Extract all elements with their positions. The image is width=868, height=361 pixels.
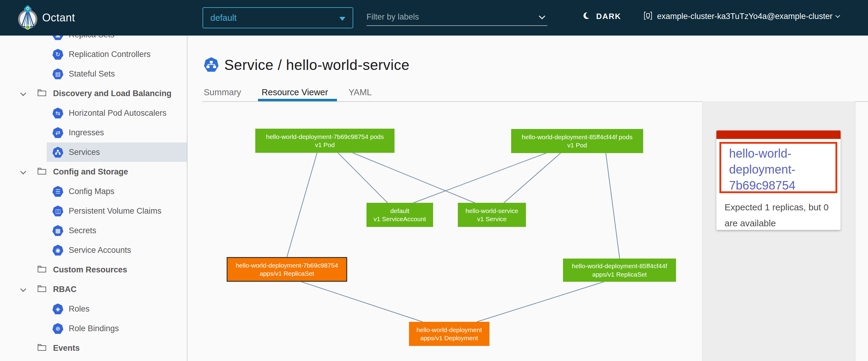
sidebar-item-secrets[interactable]: ▩ Secrets: [0, 221, 187, 240]
sidebar-item-label: Horizontal Pod Autoscalers: [69, 108, 166, 118]
folder-icon: [37, 167, 46, 176]
sidebar-item-label: Role Bindings: [69, 324, 119, 333]
sidebar-item-role-bindings[interactable]: ⊕ Role Bindings: [0, 319, 187, 338]
sidebar-item-replication-controllers[interactable]: ↻ Replication Controllers: [0, 44, 187, 64]
sidebar-item-label: Persistent Volume Claims: [69, 206, 161, 216]
sidebar-group-events[interactable]: Events: [0, 338, 187, 358]
sidebar-item-label: Config Maps: [69, 187, 115, 196]
folder-icon: [37, 285, 46, 294]
node-name: hello-world-deployment-85ff4cf44f pods: [522, 133, 632, 141]
sidebar-group-label: Custom Resources: [53, 265, 127, 274]
graph-node-pods-7b69c98754[interactable]: hello-world-deployment-7b69c98754 pods v…: [255, 129, 395, 153]
sidebar-item-ingresses[interactable]: ⇄ Ingresses: [0, 123, 187, 142]
replicaset-link[interactable]: hello-world-deployment-7b69c98754: [729, 145, 832, 193]
role-bindings-icon: ⊕: [53, 323, 63, 334]
graph-node-serviceaccount-default[interactable]: default v1 ServiceAccount: [367, 203, 433, 227]
node-kind: apps/v1 ReplicaSet: [260, 269, 314, 277]
chevron-down-icon[interactable]: [21, 287, 25, 292]
node-kind: apps/v1 Deployment: [421, 334, 478, 342]
persistent-volume-claims-icon: ◫: [53, 205, 63, 216]
octant-app: ▣ Replica Sets ↻ Replication Controllers…: [0, 0, 868, 361]
node-name: hello-world-deployment-7b69c98754: [236, 261, 338, 269]
sidebar-item-persistent-volume-claims[interactable]: ◫ Persistent Volume Claims: [0, 201, 187, 221]
replicaset-alert-card: hello-world-deployment-7b69c98754 Expect…: [716, 130, 841, 230]
node-name: hello-world-service: [465, 207, 518, 215]
label-filter: [367, 8, 547, 27]
sidebar: ▣ Replica Sets ↻ Replication Controllers…: [0, 0, 187, 361]
secrets-icon: ▩: [53, 225, 63, 236]
node-kind: v1 ServiceAccount: [374, 215, 426, 223]
graph-node-replicaset-7b69c98754[interactable]: hello-world-deployment-7b69c98754 apps/v…: [227, 257, 347, 282]
node-kind: v1 Pod: [315, 141, 335, 149]
stateful-sets-icon: ▤: [53, 68, 63, 79]
sidebar-item-stateful-sets[interactable]: ▤ Stateful Sets: [0, 64, 187, 84]
page-title-text: Service / hello-world-service: [224, 57, 410, 73]
sidebar-group-rbac[interactable]: RBAC: [0, 280, 187, 299]
folder-icon: [37, 265, 46, 274]
sidebar-item-label: Ingresses: [69, 128, 104, 137]
active-tab-underline: [258, 99, 337, 101]
sidebar-group-label: Discovery and Load Balancing: [53, 89, 172, 98]
alert-message: Expected 1 replicas, but 0 are available: [724, 199, 833, 231]
sidebar-group-config-and-storage[interactable]: Config and Storage: [0, 162, 187, 182]
label-filter-input[interactable]: [367, 8, 547, 26]
namespace-select[interactable]: default: [203, 7, 353, 28]
sidebar-item-horizontal-pod-autoscalers[interactable]: ⇆ Horizontal Pod Autoscalers: [0, 103, 187, 123]
dark-theme-toggle[interactable]: DARK: [582, 11, 621, 22]
node-kind: apps/v1 ReplicaSet: [592, 270, 647, 278]
node-name: hello-world-deployment-85ff4cf44f: [572, 262, 667, 270]
graph-node-replicaset-85ff4cf44f[interactable]: hello-world-deployment-85ff4cf44f apps/v…: [563, 259, 676, 282]
header-bar: Octant default DARK example-cluster-ka3T…: [0, 0, 868, 36]
caret-down-icon: [339, 17, 345, 21]
sidebar-item-label: Stateful Sets: [69, 69, 115, 79]
sidebar-group-discovery-load-balancing[interactable]: Discovery and Load Balancing: [0, 84, 187, 103]
graph-node-service-hello-world[interactable]: hello-world-service v1 Service: [458, 203, 526, 227]
services-icon: [53, 147, 63, 158]
sidebar-item-services[interactable]: Services: [0, 142, 187, 162]
replication-controllers-icon: ↻: [53, 49, 63, 60]
alert-card-red-bar: [716, 130, 841, 139]
sidebar-item-roles[interactable]: ◈ Roles: [0, 299, 187, 319]
chevron-down-icon: [835, 13, 840, 18]
ingresses-icon: ⇄: [53, 127, 63, 138]
moon-icon: [582, 11, 592, 22]
node-kind: v1 Service: [477, 215, 507, 223]
node-name: hello-world-deployment: [416, 326, 482, 334]
tab-yaml[interactable]: YAML: [348, 87, 372, 97]
chevron-down-icon[interactable]: [21, 169, 25, 174]
cluster-icon: [643, 11, 653, 22]
sidebar-item-label: Replication Controllers: [69, 50, 151, 59]
horizontal-pod-autoscalers-icon: ⇆: [53, 107, 63, 119]
node-name: hello-world-deployment-7b69c98754 pods: [266, 133, 384, 141]
tab-bar: Summary Resource Viewer YAML: [204, 87, 392, 97]
sidebar-item-config-maps[interactable]: ☰ Config Maps: [0, 182, 187, 201]
namespace-select-value: default: [210, 13, 237, 23]
tab-summary[interactable]: Summary: [204, 87, 241, 97]
folder-icon: [37, 343, 46, 353]
folder-icon: [37, 89, 46, 98]
chevron-down-icon[interactable]: [21, 91, 25, 96]
node-name: default: [390, 207, 409, 215]
app-title: Octant: [42, 11, 75, 24]
page-title: Service / hello-world-service: [204, 57, 410, 73]
service-accounts-icon: ◉: [53, 245, 63, 256]
sidebar-group-custom-resources[interactable]: Custom Resources: [0, 260, 187, 280]
sidebar-item-service-accounts[interactable]: ◉ Service Accounts: [0, 240, 187, 260]
service-icon: [204, 57, 219, 73]
sidebar-item-label: Services: [69, 147, 100, 157]
node-kind: v1 Pod: [567, 141, 587, 149]
cluster-context-switcher[interactable]: example-cluster-ka3TuTzYo4a@example-clus…: [643, 11, 839, 22]
graph-node-deployment-hello-world[interactable]: hello-world-deployment apps/v1 Deploymen…: [409, 322, 490, 346]
sidebar-group-label: RBAC: [53, 285, 76, 294]
config-maps-icon: ☰: [53, 186, 63, 197]
roles-icon: ◈: [53, 303, 63, 314]
alert-error-border-box: hello-world-deployment-7b69c98754: [719, 142, 837, 193]
graph-node-pods-85ff4cf44f[interactable]: hello-world-deployment-85ff4cf44f pods v…: [511, 129, 643, 153]
tab-resource-viewer[interactable]: Resource Viewer: [261, 87, 328, 97]
sidebar-item-label: Service Accounts: [69, 245, 131, 255]
cluster-context-label: example-cluster-ka3TuTzYo4a@example-clus…: [657, 12, 832, 21]
octant-logo: [16, 4, 40, 32]
sidebar-group-label: Config and Storage: [53, 167, 128, 176]
dark-theme-label: DARK: [596, 12, 621, 21]
sidebar-group-label: Events: [53, 343, 80, 353]
